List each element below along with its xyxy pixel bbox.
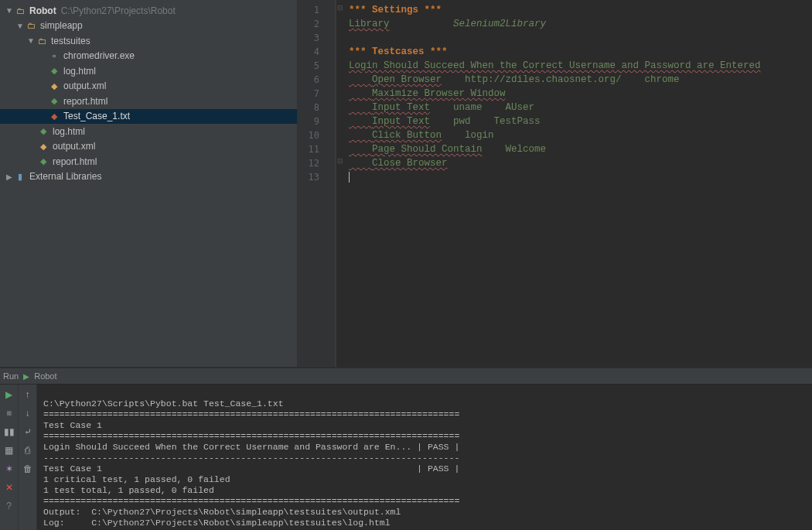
file-icon: ▫ <box>48 50 60 62</box>
project-tree[interactable]: ▼ 🗀 Robot C:\Python27\Projects\Robot ▼ 🗀… <box>0 0 298 367</box>
console-line: Login Should Succeed When the Correct Us… <box>43 442 459 452</box>
code-text: Library <box>349 19 390 29</box>
console-line: ========================================… <box>43 496 459 506</box>
code-text: Maximize Browser Window <box>372 88 506 99</box>
xml-file-icon: ◆ <box>48 80 60 92</box>
html-file-icon: ◆ <box>37 125 49 138</box>
up-icon[interactable]: ↑ <box>22 389 33 400</box>
console-line: Log: <box>43 518 91 528</box>
code-text: Selenium2Library <box>453 19 546 29</box>
code-text: Input Text <box>372 116 430 127</box>
code-area[interactable]: *** Settings *** Library Selenium2Librar… <box>347 0 812 367</box>
xml-file-icon: ◆ <box>37 140 49 152</box>
code-editor[interactable]: 1234567 8910111213 ⊟ ⊟ *** Settings *** … <box>298 0 812 367</box>
clear-icon[interactable]: 🗑 <box>22 463 33 474</box>
tree-file-output-xml-2[interactable]: ◆ output.xml <box>0 139 297 155</box>
code-text: Input Text <box>372 102 430 113</box>
console-line: Output: <box>43 507 91 517</box>
run-config-name[interactable]: Robot <box>34 371 56 381</box>
tree-folder-testsuites[interactable]: ▼ 🗀 testsuites <box>0 33 297 49</box>
fold-marker-icon[interactable]: ⊟ <box>337 4 343 12</box>
code-text: login <box>465 130 494 141</box>
tree-root[interactable]: ▼ 🗀 Robot C:\Python27\Projects\Robot <box>0 3 297 19</box>
code-text: Page Should Contain <box>372 144 483 155</box>
console-line: ----------------------------------------… <box>43 453 459 463</box>
html-file-icon: ◆ <box>48 95 60 108</box>
code-text: TestPass <box>494 116 541 127</box>
help-icon[interactable]: ? <box>4 501 15 511</box>
code-text: http://zdiles.chaosnet.org/ <box>465 74 622 85</box>
tree-folder-simpleapp[interactable]: ▼ 🗀 simpleapp <box>0 19 297 34</box>
code-text: Open Browser <box>372 74 442 85</box>
tree-file-chromedriver[interactable]: ▫ chromedriver.exe <box>0 49 297 64</box>
tree-external-libraries[interactable]: ▶ ▮ External Libraries <box>0 169 297 185</box>
chevron-right-icon[interactable]: ▶ <box>5 173 14 181</box>
console-line: Test Case 1 | PASS | <box>43 463 459 474</box>
close-icon[interactable]: ✕ <box>4 482 15 493</box>
html-file-icon: ◆ <box>37 156 49 168</box>
tree-file-test-case-1[interactable]: ◆ Test_Case_1.txt <box>0 109 297 125</box>
tree-file-report-html[interactable]: ◆ report.html <box>0 94 297 109</box>
project-path: C:\Python27\Projects\Robot <box>61 5 176 16</box>
chevron-down-icon[interactable]: ▼ <box>5 6 14 15</box>
console-line: 1 critical test, 1 passed, 0 failed <box>43 474 230 484</box>
stop-disabled-icon[interactable]: ■ <box>4 408 15 419</box>
run-tool-window-header[interactable]: Run ▶ Robot <box>0 368 812 385</box>
folder-icon: 🗀 <box>36 35 48 47</box>
layout-icon[interactable]: ▦ <box>4 445 15 456</box>
text-caret <box>349 172 350 183</box>
code-text: Welcome <box>506 144 547 155</box>
code-text: Login Should Succeed When the Correct Us… <box>349 60 761 71</box>
run-toolbar-left: ▶ ■ ▮▮ ▦ ✶ ✕ ? <box>0 385 19 530</box>
print-icon[interactable]: ⎙ <box>22 445 33 456</box>
text-file-icon: ◆ <box>48 110 60 122</box>
code-text: *** Testcases *** <box>349 46 448 57</box>
code-text: AUser <box>506 102 535 113</box>
code-text: pwd <box>453 116 471 127</box>
play-icon: ▶ <box>23 372 29 381</box>
tree-file-log-html[interactable]: ◆ log.html <box>0 63 297 79</box>
library-icon: ▮ <box>14 170 26 183</box>
run-tab-label[interactable]: Run <box>3 371 19 381</box>
console-line: ========================================… <box>43 409 459 419</box>
code-text: *** Settings *** <box>349 5 442 15</box>
folder-icon: 🗀 <box>14 5 26 17</box>
pause-icon[interactable]: ▮▮ <box>4 426 15 437</box>
tree-file-log-html-2[interactable]: ◆ log.html <box>0 124 297 139</box>
code-text: chrome <box>645 74 680 85</box>
run-toolbar-right: ↑ ↓ ⤶ ⎙ 🗑 <box>19 385 37 530</box>
console-line: 1 test total, 1 passed, 0 failed <box>43 485 214 495</box>
html-file-icon: ◆ <box>48 65 60 77</box>
code-text: Close Browser <box>372 158 448 169</box>
chevron-down-icon[interactable]: ▼ <box>26 36 36 45</box>
fold-column[interactable]: ⊟ ⊟ <box>336 0 347 367</box>
tree-file-output-xml[interactable]: ◆ output.xml <box>0 79 297 94</box>
console-line: Test Case 1 <box>43 420 102 430</box>
soft-wrap-icon[interactable]: ⤶ <box>22 426 33 437</box>
rerun-icon[interactable]: ▶ <box>4 389 15 400</box>
console-output[interactable]: C:\Python27\Scripts\Pybot.bat Test_Case_… <box>37 385 812 530</box>
console-line: C:\Python27\Scripts\Pybot.bat Test_Case_… <box>43 398 284 409</box>
dump-threads-icon[interactable]: ✶ <box>4 463 15 474</box>
code-text: uname <box>453 102 483 113</box>
code-text: Click Button <box>372 130 442 141</box>
down-icon[interactable]: ↓ <box>22 408 33 419</box>
fold-marker-icon[interactable]: ⊟ <box>337 157 343 165</box>
project-name: Robot <box>29 5 56 16</box>
console-line: ========================================… <box>43 431 459 441</box>
folder-icon: 🗀 <box>25 19 37 32</box>
tree-file-report-html-2[interactable]: ◆ report.html <box>0 154 297 169</box>
line-number-gutter: 1234567 8910111213 <box>298 0 336 367</box>
chevron-down-icon[interactable]: ▼ <box>15 22 25 30</box>
